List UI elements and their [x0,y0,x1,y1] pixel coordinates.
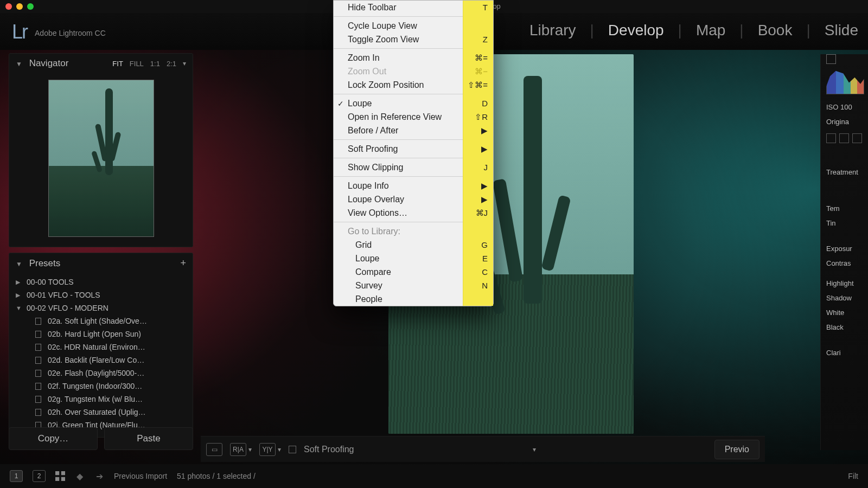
preset-item[interactable]: 02a. Soft Light (Shade/Ove… [12,314,189,328]
menu-item[interactable]: Soft Proofing▶ [334,142,493,156]
toolbar-overflow-caret-icon[interactable]: ▾ [533,446,536,453]
add-preset-button[interactable]: + [180,258,186,269]
preset-item[interactable]: 02c. HDR Natural (Environ… [12,341,189,354]
preset-item[interactable]: 02d. Backlit (Flare/Low Co… [12,354,189,367]
filmstrip-filter-label[interactable]: Filt [848,472,858,480]
menu-item[interactable]: People [334,292,493,306]
soft-proofing-checkbox[interactable] [289,446,296,453]
original-checkbox-label[interactable]: Origina [826,114,868,129]
highlights-slider-label[interactable]: Highlight [826,276,868,291]
menu-item[interactable]: Zoom In⌘= [334,51,493,65]
preset-page-icon [35,409,41,416]
menu-item[interactable]: Lock Zoom Position⇧⌘= [334,78,493,92]
histogram[interactable] [826,68,864,94]
preset-folder[interactable]: ▶00-00 TOOLS [12,275,189,288]
menu-item[interactable]: CompareC [334,265,493,279]
menu-item[interactable]: Open in Reference View⇧R [334,110,493,124]
menu-item[interactable]: Loupe Overlay▶ [334,192,493,206]
before-after-lr-icon[interactable]: R|A [230,443,246,456]
preset-page-icon [35,357,41,364]
menu-item[interactable]: ✓LoupeD [334,97,493,110]
presets-title[interactable]: ▼ Presets [16,258,60,269]
whites-slider-label[interactable]: White [826,305,868,320]
disclosure-triangle-icon[interactable]: ▼ [16,260,22,268]
menu-item[interactable]: SurveyN [334,279,493,292]
preset-page-icon [35,344,41,351]
zoom-caret-icon[interactable]: ▾ [183,60,186,68]
preset-item[interactable]: 02e. Flash (Daylight/5000-… [12,367,189,380]
crop-tool-icon[interactable] [826,133,836,143]
module-tab-book[interactable]: Book [758,22,793,39]
menu-item[interactable]: Loupe Info▶ [334,179,493,192]
preset-item[interactable]: 02g. Tungsten Mix (w/ Blu… [12,393,189,406]
zoom-2-1[interactable]: 2:1 [167,60,176,68]
preset-item[interactable]: 02b. Hard Light (Open Sun) [12,328,189,341]
submenu-arrow-icon: ▶ [481,144,488,154]
filmstrip-header: 1 2 ◆ ➔ Previous Import 51 photos / 1 se… [0,464,868,488]
disclosure-triangle-icon[interactable]: ▼ [16,60,22,68]
brand-name: Adobe Lightroom CC [35,29,106,37]
go-back-icon[interactable]: ◆ [75,471,85,481]
zoom-1-1[interactable]: 1:1 [150,60,160,68]
menu-item[interactable]: View Options…⌘J [334,206,493,220]
previous-button[interactable]: Previo [714,440,760,459]
filmstrip-count: 51 photos / 1 selected / [177,472,256,480]
module-separator: | [739,22,743,39]
contrast-slider-label[interactable]: Contras [826,256,868,271]
menu-item[interactable]: Toggle Zoom ViewZ [334,33,493,46]
zoom-fit[interactable]: FIT [112,60,123,68]
module-tabs: Library|Develop|Map|Book|Slide [529,22,858,39]
preset-item[interactable]: 02h. Over Saturated (Uplig… [12,406,189,419]
preset-page-icon [35,331,41,338]
before-after-caret-icon[interactable]: ▾ [248,446,252,453]
preset-page-icon [35,383,41,390]
menu-item[interactable]: GridG [334,238,493,252]
zoom-fill[interactable]: FILL [130,60,144,68]
filmstrip-source[interactable]: Previous Import [114,472,167,480]
module-separator: | [590,22,594,39]
submenu-arrow-icon: ▶ [481,126,488,136]
histogram-clipping-indicator-left-icon[interactable] [826,54,836,64]
menu-item[interactable]: Hide ToolbarT [334,1,493,14]
monitor-2-button[interactable]: 2 [33,470,46,482]
module-tab-map[interactable]: Map [696,22,725,39]
shadows-slider-label[interactable]: Shadow [826,291,868,305]
preset-item[interactable]: 02f. Tungsten (Indoor/300… [12,380,189,393]
paste-button[interactable]: Paste [104,427,193,450]
navigator-title[interactable]: ▼ Navigator [16,58,68,69]
yy-caret-icon[interactable]: ▾ [278,446,281,453]
treatment-section-title[interactable]: Treatment [826,165,868,179]
exposure-slider-label[interactable]: Exposur [826,241,868,256]
folder-caret-icon: ▶ [16,292,21,299]
spot-tool-icon[interactable] [839,133,849,143]
redeye-tool-icon[interactable] [852,133,862,143]
blacks-slider-label[interactable]: Black [826,320,868,335]
folder-caret-icon: ▶ [16,279,21,286]
preset-folder[interactable]: ▶00-01 VFLO - TOOLS [12,288,189,301]
menu-item[interactable]: Cycle Loupe View [334,19,493,33]
view-menu-dropdown: Hide ToolbarTCycle Loupe ViewToggle Zoom… [333,0,494,306]
copy-button[interactable]: Copy… [9,427,98,450]
checkmark-icon: ✓ [337,99,344,108]
monitor-1-button[interactable]: 1 [10,470,23,482]
menu-item[interactable]: Before / After▶ [334,124,493,137]
soft-proofing-label: Soft Proofing [304,445,354,454]
grid-icon[interactable] [55,471,65,481]
module-tab-develop[interactable]: Develop [608,22,664,39]
temp-slider-label[interactable]: Tem [826,201,868,216]
menu-item[interactable]: Show ClippingJ [334,160,493,174]
tint-slider-label[interactable]: Tin [826,216,868,230]
clarity-slider-label[interactable]: Clari [826,345,868,360]
preset-page-icon [35,318,41,325]
iso-readout: ISO 100 [826,100,868,114]
go-forward-icon[interactable]: ➔ [94,471,104,481]
navigator-thumbnail[interactable] [48,80,154,237]
preset-folder[interactable]: ▼00-02 VFLO - MODERN [12,301,189,314]
before-after-yy-icon[interactable]: Y|Y [259,443,276,456]
develop-toolbar: ▭ R|A ▾ Y|Y ▾ Soft Proofing ▾ Previo [201,436,765,462]
loupe-view-icon[interactable]: ▭ [206,443,222,456]
navigator-label: Navigator [29,58,69,68]
module-tab-slide[interactable]: Slide [825,22,858,39]
module-tab-library[interactable]: Library [529,22,576,39]
menu-item[interactable]: LoupeE [334,252,493,265]
